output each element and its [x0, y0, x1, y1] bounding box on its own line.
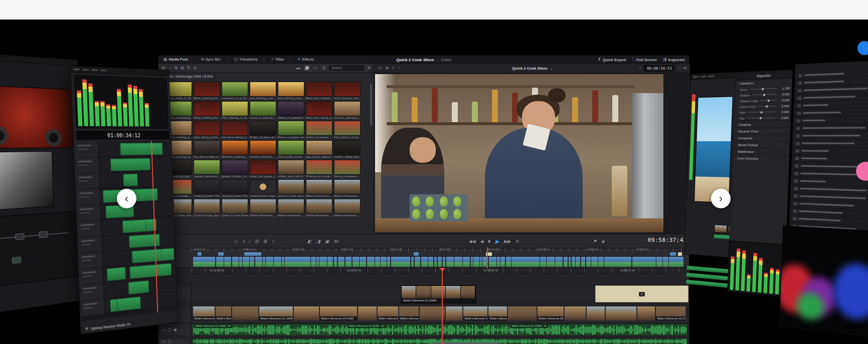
strip-video-clip[interactable]: [463, 257, 470, 262]
timeline-video-clip[interactable]: Wilde's Moments 01 CAM3: [259, 306, 293, 320]
strip-audio-clip[interactable]: [243, 262, 249, 267]
list-item[interactable]: [792, 140, 868, 148]
strip-audio-clip[interactable]: [274, 262, 281, 267]
timeline-video-clip[interactable]: Wilde's Moments 04 CAM1: [488, 306, 507, 320]
strip-video-clip[interactable]: [232, 257, 239, 262]
media-clip[interactable]: small_red_grape_j...: [250, 160, 276, 178]
strip-video-clip[interactable]: [316, 257, 319, 262]
track-name-cell[interactable]: [81, 298, 105, 316]
strip-video-clip[interactable]: [266, 257, 273, 262]
expand-icon[interactable]: ⛶: [678, 66, 681, 70]
timeline-video-clip[interactable]: [587, 306, 605, 320]
list-view-icon[interactable]: ☰: [320, 65, 326, 71]
strip-audio-clip[interactable]: [316, 262, 319, 267]
strip-video-clip[interactable]: [669, 257, 683, 262]
strip-audio-clip[interactable]: [334, 262, 337, 267]
timeline-video-clip[interactable]: Wilde's Moments 03 CAM2: [656, 306, 685, 320]
sort-icon[interactable]: ⇅: [367, 66, 371, 70]
audio-clip[interactable]: [133, 188, 158, 201]
strip-video-clip[interactable]: [438, 257, 442, 262]
strip-audio-clip[interactable]: [463, 262, 470, 267]
strip-audio-clip[interactable]: [454, 262, 462, 267]
media-clip[interactable]: Man_flowing_in_th...: [222, 101, 248, 120]
strip-audio-clip[interactable]: [446, 262, 454, 267]
strip-video-clip[interactable]: [353, 257, 359, 262]
strip-audio-clip[interactable]: [193, 262, 215, 267]
strip-video-clip[interactable]: [255, 257, 262, 262]
marker-icon[interactable]: ▣: [325, 239, 329, 244]
audio-clip[interactable]: [128, 280, 149, 295]
strip-video-clip[interactable]: [327, 257, 333, 262]
title-clip[interactable]: ≡: [595, 285, 688, 302]
timeline-video-clip[interactable]: Wilde's Moments 03 CAM2: [216, 306, 232, 320]
media-clip[interactable]: Red_wine_being_p...: [306, 101, 332, 120]
timeline-video-clip[interactable]: [446, 306, 462, 320]
strip-audio-clip[interactable]: [421, 262, 428, 267]
full-screen-button[interactable]: ⛶Full Screen: [632, 58, 657, 62]
media-clip[interactable]: person_harvestin...: [194, 160, 220, 178]
strip-audio-clip[interactable]: [473, 262, 479, 267]
timeline-video-clip[interactable]: [358, 306, 377, 320]
strip-title-clip[interactable]: [244, 252, 261, 256]
strip-video-clip[interactable]: [581, 257, 586, 262]
track-name-cell[interactable]: [81, 283, 104, 300]
strip-audio-clip[interactable]: [471, 262, 473, 267]
grid-overlay-icon[interactable]: ⊞: [386, 66, 389, 70]
strip-playhead[interactable]: [487, 247, 488, 268]
media-clip[interactable]: sun_shining_over_...: [250, 82, 276, 100]
strip-video-clip[interactable]: [511, 257, 540, 262]
previous-clip-button[interactable]: ◀◀: [468, 239, 475, 244]
strip-audio-clip[interactable]: [663, 262, 668, 267]
strip-audio-clip[interactable]: [632, 262, 656, 267]
timeline-selector-dropdown[interactable]: Quick 2 Cook 30sec ⌄: [512, 64, 553, 73]
strip-video-clip[interactable]: [415, 257, 421, 262]
audio-clip[interactable]: [107, 267, 126, 281]
marker-add-icon[interactable]: ◈: [601, 239, 605, 244]
strip-video-clip[interactable]: [334, 257, 337, 262]
strip-marker-clip[interactable]: [678, 252, 682, 256]
strip-title-clip[interactable]: [414, 252, 419, 256]
strip-audio-clip[interactable]: [428, 262, 433, 267]
list-item[interactable]: [793, 116, 868, 125]
media-clip[interactable]: Quick 2 Cook_Soci...: [278, 179, 304, 198]
inspector-section[interactable]: ›Stabilization◦: [733, 148, 789, 155]
strip-audio-clip[interactable]: [438, 262, 442, 267]
strip-video-clip[interactable]: [446, 257, 454, 262]
media-clip[interactable]: Rinsing_off_tomat...: [306, 160, 332, 178]
selected-timeline-clip[interactable]: Wilde's Moments 01 CAM3: [401, 285, 476, 303]
strip-audio-clip[interactable]: [506, 262, 511, 267]
strip-video-clip[interactable]: [591, 257, 597, 262]
tab-effects[interactable]: ✦Effects: [297, 57, 314, 62]
strip-video-clip[interactable]: [381, 257, 387, 262]
strip-video-clip[interactable]: [216, 257, 224, 262]
media-clip[interactable]: wine_pouring_into...: [334, 82, 361, 100]
next-clip-button[interactable]: ▶▶: [504, 239, 511, 244]
timeline-video-clip[interactable]: Wilde's Moments 01 CAM3: [463, 306, 487, 320]
tab-transitions[interactable]: ◫Transitions: [234, 57, 257, 62]
razor-tool-icon[interactable]: ∕: [250, 239, 251, 244]
strip-audio-clip[interactable]: [415, 262, 421, 267]
strip-audio-clip[interactable]: [555, 262, 563, 267]
strip-video-clip[interactable]: [224, 257, 231, 262]
track-name-cell[interactable]: [79, 252, 103, 269]
media-clip[interactable]: master_riding_sea...: [334, 140, 361, 159]
strip-audio-clip[interactable]: [497, 262, 500, 267]
inspector-section[interactable]: ›Cropping◦: [734, 121, 790, 128]
strip-audio-clip[interactable]: [604, 262, 631, 267]
strip-audio-clip[interactable]: [311, 262, 316, 267]
strip-audio-clip[interactable]: [576, 262, 580, 267]
solo-icon[interactable]: ◉: [173, 328, 177, 332]
strip-video-clip[interactable]: [345, 257, 352, 262]
loop-button[interactable]: ↻: [515, 239, 519, 244]
media-clip[interactable]: Wilde's Moments_...: [334, 199, 361, 217]
strip-audio-clip[interactable]: [232, 262, 239, 267]
strip-audio-clip[interactable]: [669, 262, 683, 267]
strip-video-clip[interactable]: [411, 257, 414, 262]
timeline-video-clip[interactable]: [420, 306, 445, 320]
timeline-video-clip[interactable]: Wilde's Moments 05 CAM1: [538, 306, 564, 320]
mute-icon[interactable]: ▢: [167, 328, 171, 332]
audio-clip[interactable]: [120, 143, 163, 155]
link-icon[interactable]: ⊘: [193, 66, 197, 70]
play-button[interactable]: ▶: [495, 239, 499, 244]
strip-video-clip[interactable]: [604, 257, 631, 262]
